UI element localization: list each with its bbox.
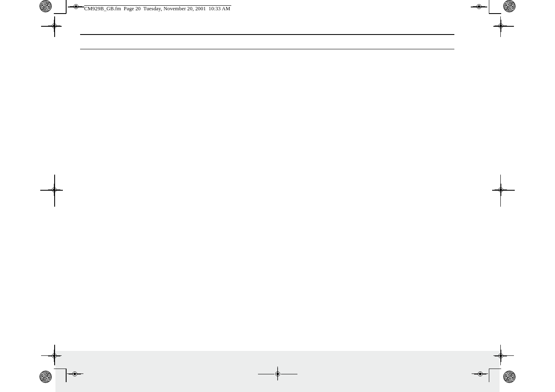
reg-line bbox=[500, 16, 501, 37]
registration-mark-icon bbox=[477, 371, 484, 377]
header-page: Page 20 bbox=[124, 6, 140, 12]
bracket-line bbox=[66, 0, 67, 14]
color-swatch-icon bbox=[503, 371, 516, 383]
page-header-info: CM929B_GB.fm Page 20 Tuesday, November 2… bbox=[84, 5, 231, 12]
header-filename: CM929B_GB.fm bbox=[84, 6, 121, 12]
bracket-line bbox=[54, 13, 66, 14]
reg-line bbox=[493, 355, 514, 356]
bracket-line bbox=[489, 369, 490, 382]
bracket-line bbox=[489, 0, 490, 14]
content-rule-top bbox=[80, 34, 454, 35]
content-rule-second bbox=[80, 49, 454, 49]
reg-line bbox=[500, 345, 501, 365]
registration-mark-icon bbox=[497, 353, 504, 359]
color-swatch-icon bbox=[39, 0, 52, 12]
bracket-line bbox=[54, 369, 66, 369]
bracket-line bbox=[66, 369, 67, 382]
reg-line bbox=[281, 374, 297, 374]
reg-line bbox=[41, 355, 62, 356]
color-swatch-icon bbox=[39, 371, 52, 383]
reg-line bbox=[500, 175, 501, 207]
reg-line bbox=[68, 7, 84, 7]
registration-mark-icon bbox=[71, 371, 78, 377]
reg-line bbox=[471, 7, 487, 7]
color-swatch-icon bbox=[503, 0, 516, 12]
bracket-line bbox=[489, 369, 501, 369]
reg-line bbox=[277, 367, 278, 380]
reg-line bbox=[41, 26, 62, 27]
reg-line bbox=[54, 16, 55, 37]
reg-line bbox=[492, 190, 515, 191]
reg-line bbox=[54, 345, 55, 365]
reg-line bbox=[67, 374, 83, 374]
bracket-line bbox=[489, 13, 501, 14]
reg-line bbox=[40, 190, 63, 191]
reg-line bbox=[472, 374, 488, 374]
header-date: Tuesday, November 20, 2001 bbox=[143, 6, 206, 12]
header-time: 10:33 AM bbox=[209, 6, 230, 12]
reg-line bbox=[493, 26, 514, 27]
reg-line bbox=[258, 374, 274, 374]
reg-line bbox=[54, 175, 55, 207]
